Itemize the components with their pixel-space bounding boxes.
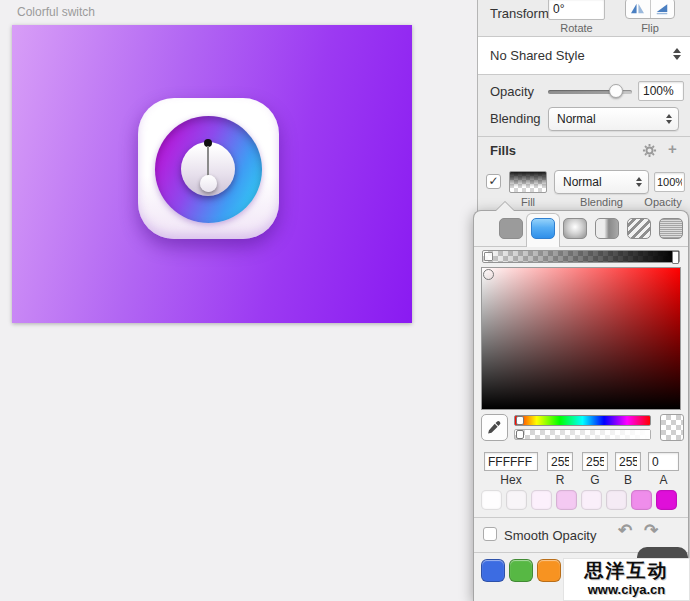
recent-color-swatch[interactable] <box>481 490 502 510</box>
gradient-editor-bar[interactable] <box>482 250 680 263</box>
gradient-preview <box>483 251 679 262</box>
recent-color-swatch[interactable] <box>656 490 677 510</box>
divider <box>474 246 688 247</box>
hue-slider[interactable] <box>514 415 651 426</box>
recent-color-swatch[interactable] <box>531 490 552 510</box>
red-input[interactable] <box>547 452 573 471</box>
flip-horizontal-icon <box>630 2 645 15</box>
smooth-opacity-checkbox[interactable] <box>483 527 497 541</box>
recent-color-swatch[interactable] <box>631 490 652 510</box>
opacity-input[interactable] <box>638 81 684 101</box>
recent-color-swatch[interactable] <box>606 490 627 510</box>
blending-label: Blending <box>490 111 541 126</box>
color-picker-popover: Hex R G B A Smooth Opacity ↶ ↷ <box>473 210 689 601</box>
stepper-down-icon <box>673 55 681 60</box>
saturation-brightness-field[interactable] <box>481 267 681 410</box>
fill-blending-label: Blending <box>554 196 649 208</box>
hex-label: Hex <box>484 473 538 487</box>
blue-input[interactable] <box>615 452 641 471</box>
artboard[interactable] <box>12 25 412 323</box>
stepper-icon <box>636 177 642 187</box>
shared-style-dropdown[interactable]: No Shared Style <box>478 37 690 75</box>
watermark-line2: www.ciya.cn <box>564 583 689 597</box>
preset-color-swatch[interactable] <box>481 559 505 582</box>
fill-label: Fill <box>509 196 547 208</box>
blending-dropdown[interactable]: Normal <box>548 107 679 131</box>
rotate-label: Rotate <box>548 22 605 34</box>
divider <box>474 517 688 518</box>
add-fill-plus-icon[interactable]: + <box>668 140 677 157</box>
current-color-swatch <box>660 414 684 441</box>
fill-type-tab-noise[interactable] <box>659 218 683 239</box>
recent-color-swatch[interactable] <box>506 490 527 510</box>
red-label: R <box>547 473 573 487</box>
canvas[interactable]: Colorful switch <box>0 0 477 601</box>
preset-color-swatch[interactable] <box>509 559 533 582</box>
flip-label: Flip <box>625 22 675 34</box>
gradient-stop-end[interactable] <box>672 251 679 264</box>
preset-color-swatch[interactable] <box>537 559 561 582</box>
fill-type-tab-angular-gradient[interactable] <box>595 218 619 239</box>
blue-label: B <box>615 473 641 487</box>
fill-opacity-label: Opacity <box>640 196 686 208</box>
smooth-opacity-label: Smooth Opacity <box>504 528 597 543</box>
watermark: 思洋互动 www.ciya.cn <box>563 558 690 601</box>
icon-dial <box>181 142 235 196</box>
green-input[interactable] <box>582 452 608 471</box>
artboard-title[interactable]: Colorful switch <box>17 5 95 19</box>
recent-color-swatch[interactable] <box>581 490 602 510</box>
transform-label: Transform <box>490 6 549 21</box>
watermark-line1: 思洋互动 <box>564 559 689 583</box>
undo-icon[interactable]: ↶ <box>618 520 632 541</box>
alpha-slider[interactable] <box>514 429 651 440</box>
flip-vertical-icon <box>655 2 669 15</box>
popover-arrow <box>496 202 514 211</box>
fill-type-tab-radial-gradient[interactable] <box>563 218 587 239</box>
opacity-slider-knob[interactable] <box>609 84 623 98</box>
colorful-switch-icon[interactable] <box>138 98 279 239</box>
stepper-up-icon <box>673 48 681 53</box>
hex-input[interactable] <box>484 452 538 471</box>
alpha-slider-marker[interactable] <box>516 430 524 439</box>
shared-style-value: No Shared Style <box>490 48 585 63</box>
rotate-input[interactable] <box>548 0 605 20</box>
alpha-input[interactable] <box>648 452 679 471</box>
fill-color-swatch[interactable] <box>509 171 547 193</box>
redo-icon[interactable]: ↷ <box>644 520 658 541</box>
recent-color-swatch[interactable] <box>556 490 577 510</box>
fills-settings-gear-icon[interactable] <box>642 143 657 161</box>
fill-type-tab-linear-gradient[interactable] <box>531 218 555 239</box>
fill-enabled-checkbox[interactable]: ✓ <box>486 174 501 189</box>
hue-slider-marker[interactable] <box>516 416 524 425</box>
alpha-label: A <box>648 473 679 487</box>
stepper-icon <box>666 114 672 124</box>
divider <box>478 136 690 137</box>
fill-blending-dropdown[interactable]: Normal <box>554 170 649 194</box>
gradient-stop-start[interactable] <box>484 252 493 261</box>
eyedropper-icon <box>486 419 503 436</box>
checkmark-icon: ✓ <box>488 174 498 188</box>
dial-knob <box>200 175 217 192</box>
blending-value: Normal <box>557 112 596 126</box>
fill-opacity-input[interactable] <box>654 172 685 192</box>
fill-blending-value: Normal <box>563 175 602 189</box>
flip-vertical-button[interactable] <box>650 0 675 18</box>
fill-type-tab-flat-color[interactable] <box>499 218 523 239</box>
flip-horizontal-button[interactable] <box>626 0 650 18</box>
fills-title: Fills <box>490 143 516 158</box>
opacity-label: Opacity <box>490 84 534 99</box>
stepper-icon[interactable] <box>673 48 681 60</box>
fill-type-tab-pattern[interactable] <box>627 218 651 239</box>
green-label: G <box>582 473 608 487</box>
eyedropper-button[interactable] <box>481 414 508 441</box>
flip-segmented-control <box>625 0 675 19</box>
color-cursor[interactable] <box>483 269 494 280</box>
